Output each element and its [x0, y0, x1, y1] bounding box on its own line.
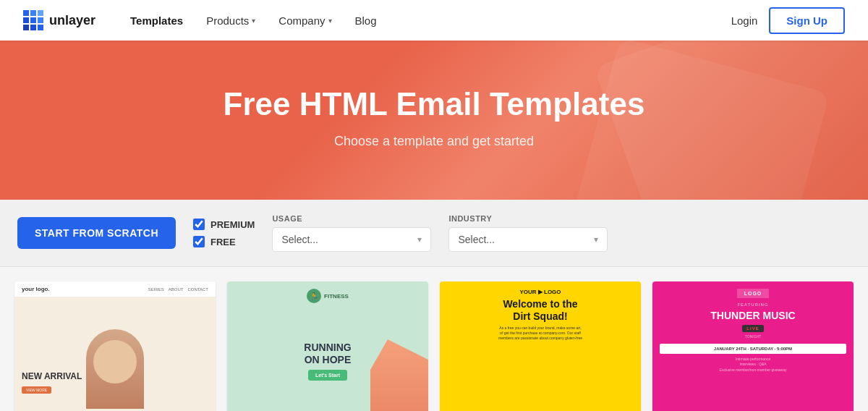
logo-icon: [23, 10, 43, 30]
products-chevron-icon: ▾: [252, 17, 255, 25]
industry-label: INDUSTRY: [448, 214, 608, 223]
filter-bar: START FROM SCRATCH PREMIUM FREE USAGE Se…: [0, 200, 868, 267]
card1-person-image: [86, 329, 144, 409]
templates-section: your logo. SERIESABOUTCONTACT NEW ARRIVA…: [0, 267, 868, 411]
card4-tonight: TONIGHT: [745, 334, 761, 339]
card4-date: JANUARY 24TH · SATURDAY · 5:00PM: [660, 344, 846, 354]
nav-templates[interactable]: Templates: [130, 14, 183, 27]
card1-nav: SERIESABOUTCONTACT: [148, 287, 208, 292]
usage-select[interactable]: Select... ▾: [272, 227, 431, 252]
card1-logo: your logo.: [22, 286, 50, 292]
industry-select[interactable]: Select... ▾: [448, 227, 608, 252]
industry-placeholder: Select...: [458, 234, 495, 245]
hero-section: Free HTML Email Templates Choose a templ…: [0, 41, 868, 200]
nav-company[interactable]: Company ▾: [278, 14, 331, 27]
navbar: unlayer Templates Products ▾ Company ▾ B…: [0, 0, 868, 41]
start-from-scratch-button[interactable]: START FROM SCRATCH: [17, 217, 176, 249]
card1-text: NEW ARRIVAL VIEW MORE: [22, 371, 82, 394]
card2-logo: 🏃 FITNESS: [307, 289, 349, 303]
industry-chevron-icon: ▾: [594, 234, 598, 245]
premium-label: PREMIUM: [210, 219, 255, 230]
template-card-3[interactable]: YOUR ▶ LOGO Welcome to theDirt Squad! As…: [440, 281, 641, 411]
logo[interactable]: unlayer: [23, 10, 95, 30]
logo-text: unlayer: [49, 13, 95, 28]
free-label: FREE: [210, 237, 236, 247]
usage-chevron-icon: ▾: [417, 234, 422, 245]
company-chevron-icon: ▾: [328, 17, 332, 25]
industry-filter: INDUSTRY Select... ▾: [448, 214, 608, 252]
card2-runner-image: [370, 339, 428, 411]
card4-logo: LOGO: [737, 289, 770, 298]
free-checkbox-label[interactable]: FREE: [193, 236, 255, 247]
nav-actions: Login Sign Up: [731, 7, 845, 34]
usage-label: USAGE: [272, 214, 431, 223]
usage-placeholder: Select...: [281, 234, 318, 245]
login-button[interactable]: Login: [731, 14, 758, 27]
nav-links: Templates Products ▾ Company ▾ Blog: [130, 14, 731, 27]
hero-subtitle: Choose a template and get started: [334, 134, 534, 149]
usage-filter: USAGE Select... ▾: [272, 214, 431, 252]
card4-title: THUNDER MUSIC: [710, 310, 795, 322]
card4-featuring: FEATURING: [737, 302, 768, 307]
nav-blog[interactable]: Blog: [355, 14, 377, 27]
card3-body: As a free you can build your brand, make…: [498, 326, 582, 341]
type-checkboxes: PREMIUM FREE: [193, 219, 255, 247]
card3-title: Welcome to theDirt Squad!: [503, 298, 577, 323]
template-card-2[interactable]: 🏃 FITNESS RUNNINGON HOPE Let's Start: [227, 281, 428, 411]
free-checkbox[interactable]: [193, 236, 205, 247]
card3-logo: YOUR ▶ LOGO: [519, 289, 561, 295]
nav-products[interactable]: Products ▾: [206, 14, 255, 27]
template-card-4[interactable]: LOGO FEATURING THUNDER MUSIC LIVE TONIGH…: [652, 281, 854, 411]
card2-text: RUNNINGON HOPE Let's Start: [304, 342, 351, 381]
premium-checkbox-label[interactable]: PREMIUM: [193, 219, 255, 230]
signup-button[interactable]: Sign Up: [769, 7, 845, 34]
card4-details: Intimiate performance Interviews · Q&A E…: [720, 357, 787, 373]
templates-grid: your logo. SERIESABOUTCONTACT NEW ARRIVA…: [14, 281, 854, 411]
card4-live-badge: LIVE: [742, 325, 763, 332]
hero-title: Free HTML Email Templates: [224, 86, 645, 122]
premium-checkbox[interactable]: [193, 219, 205, 230]
template-card-1[interactable]: your logo. SERIESABOUTCONTACT NEW ARRIVA…: [14, 281, 216, 411]
